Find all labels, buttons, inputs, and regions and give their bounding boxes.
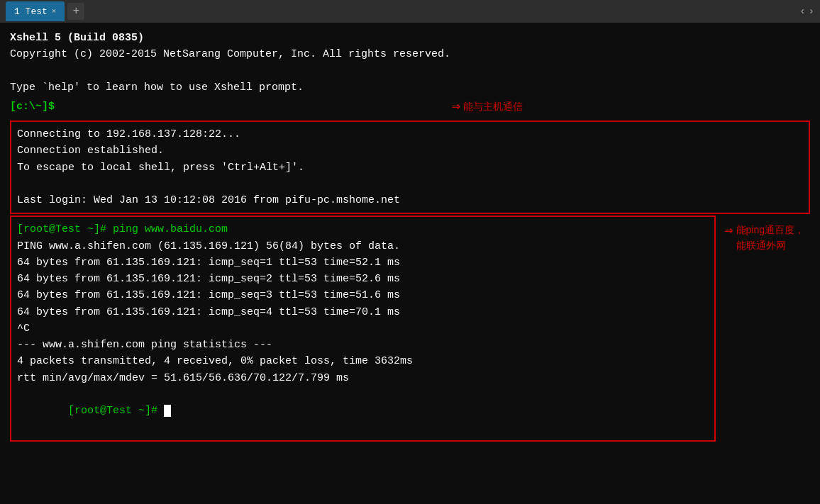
tab-close-icon[interactable]: ×: [52, 7, 57, 16]
xshell-version-line: Xshell 5 (Build 0835): [10, 30, 810, 46]
final-prompt-line: [root@Test ~]#: [17, 386, 709, 436]
arrow-icon-1: ⇒: [452, 96, 460, 118]
annotation-text-1: 能与主机通信: [463, 99, 523, 115]
ping-seq2-line: 64 bytes from 61.135.169.121: icmp_seq=2…: [17, 271, 709, 287]
connection-box: Connecting to 192.168.137.128:22... Conn…: [10, 121, 810, 214]
blank-line-1: [10, 63, 810, 79]
tab-1test[interactable]: 1 Test ×: [6, 1, 65, 21]
established-line: Connection established.: [17, 142, 803, 159]
terminal-area: Xshell 5 (Build 0835) Copyright (c) 2002…: [0, 23, 820, 504]
ping-info-line: PING www.a.shifen.com (61.135.169.121) 5…: [17, 238, 709, 254]
ping-section: [root@Test ~]# ping www.baidu.com PING w…: [10, 215, 810, 441]
ping-box: [root@Test ~]# ping www.baidu.com PING w…: [10, 215, 716, 441]
ctrl-c-line: ^C: [17, 320, 709, 337]
terminal-cursor: [164, 405, 171, 417]
title-bar: 1 Test × + ‹ ›: [0, 0, 820, 23]
last-login-line: Last login: Wed Jan 13 10:12:08 2016 fro…: [17, 192, 803, 208]
annotation-2-row: ⇒ 能ping通百度， 能联通外网: [724, 223, 804, 253]
tab-label: 1 Test: [14, 6, 48, 17]
nav-right-icon[interactable]: ›: [809, 6, 814, 17]
annotation-text-2-line1: 能ping通百度，: [736, 223, 804, 238]
nav-left-icon[interactable]: ‹: [799, 6, 805, 17]
ping-stats-line: --- www.a.shifen.com ping statistics ---: [17, 337, 709, 353]
ping-seq3-line: 64 bytes from 61.135.169.121: icmp_seq=3…: [17, 287, 709, 303]
add-tab-button[interactable]: +: [67, 3, 84, 20]
arrow-icon-2: ⇒: [724, 223, 733, 240]
help-line: Type `help' to learn how to use Xshell p…: [10, 79, 810, 96]
annotation-arrow-1: ⇒ 能与主机通信: [452, 96, 523, 118]
ping-rtt-line: rtt min/avg/max/mdev = 51.615/56.636/70.…: [17, 370, 709, 386]
prompt-annotation-row: [c:\~]$ ⇒ 能与主机通信: [10, 96, 810, 118]
ping-seq4-line: 64 bytes from 61.135.169.121: icmp_seq=4…: [17, 304, 709, 320]
connecting-line: Connecting to 192.168.137.128:22...: [17, 126, 803, 142]
nav-arrows: ‹ ›: [799, 6, 814, 17]
local-prompt: [c:\~]$: [10, 99, 55, 115]
escape-line: To escape to local shell, press 'Ctrl+Al…: [17, 159, 803, 176]
ping-command-line: [root@Test ~]# ping www.baidu.com: [17, 221, 709, 237]
annotation-2-text-block: 能ping通百度， 能联通外网: [736, 223, 804, 253]
annotation-2-container: ⇒ 能ping通百度， 能联通外网: [716, 215, 810, 260]
ping-seq1-line: 64 bytes from 61.135.169.121: icmp_seq=1…: [17, 254, 709, 271]
annotation-text-2-line2: 能联通外网: [736, 238, 804, 254]
ping-packets-line: 4 packets transmitted, 4 received, 0% pa…: [17, 353, 709, 369]
copyright-line: Copyright (c) 2002-2015 NetSarang Comput…: [10, 46, 810, 62]
blank-line-2: [17, 176, 803, 192]
